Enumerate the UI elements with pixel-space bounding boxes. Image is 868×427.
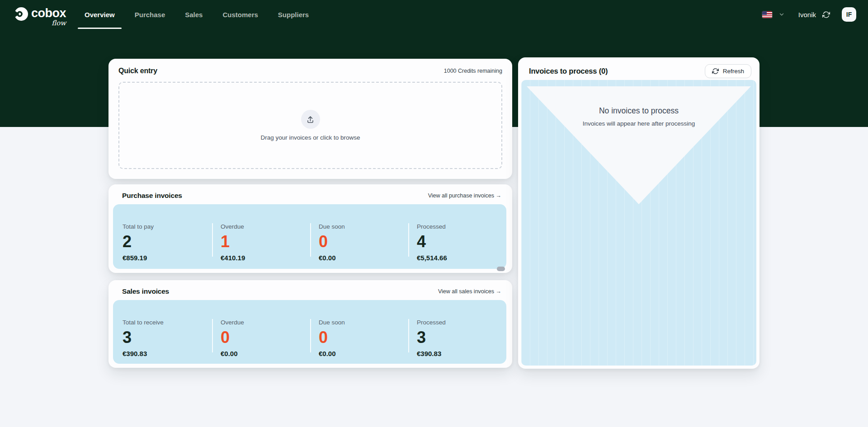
sales-invoices-title: Sales invoices <box>122 287 169 296</box>
stat-amount: €5,514.66 <box>417 254 506 262</box>
stat-label: Overdue <box>221 319 310 326</box>
purchase-invoices-title: Purchase invoices <box>122 192 182 200</box>
dropzone-label: Drag your invoices or click to browse <box>261 134 360 141</box>
avatar[interactable]: IF <box>842 7 856 22</box>
stat-label: Due soon <box>319 223 408 230</box>
stat-label: Total to pay <box>123 223 212 230</box>
stat-value: 1 <box>221 234 310 250</box>
brand-name: cobox flow <box>31 7 66 27</box>
chevron-down-icon[interactable] <box>778 11 785 18</box>
view-all-sales-link[interactable]: View all sales invoices → <box>438 288 501 295</box>
tab-suppliers[interactable]: Suppliers <box>271 0 316 29</box>
scrollbar-thumb[interactable] <box>497 267 505 271</box>
purchase-stats-panel: Total to pay 2 €859.19 Overdue 1 €410.19… <box>113 204 506 269</box>
stat-value: 2 <box>123 234 212 250</box>
stat-value: 3 <box>123 329 212 346</box>
upload-icon <box>301 110 320 129</box>
stat-amount: €0.00 <box>221 350 310 357</box>
invoices-to-process-card: Invoices to process (0) Refresh No invoi… <box>518 57 760 369</box>
main-nav: Overview Purchase Sales Customers Suppli… <box>78 0 316 29</box>
us-flag-icon[interactable] <box>762 11 772 18</box>
empty-state-subtitle: Invoices will appear here after processi… <box>521 120 756 127</box>
stat-amount: €0.00 <box>319 350 408 357</box>
stat-total-to-receive: Total to receive 3 €390.83 <box>113 319 212 364</box>
stat-due-soon: Due soon 0 €0.00 <box>310 319 408 364</box>
empty-state-title: No invoices to process <box>521 106 756 116</box>
stat-amount: €410.19 <box>221 254 310 262</box>
user-name: Ivonik <box>798 11 816 19</box>
stat-label: Overdue <box>221 223 310 230</box>
stat-amount: €390.83 <box>417 350 506 357</box>
refresh-button[interactable]: Refresh <box>705 64 751 78</box>
stat-label: Processed <box>417 223 506 230</box>
stat-total-to-pay: Total to pay 2 €859.19 <box>113 223 212 269</box>
tab-customers[interactable]: Customers <box>216 0 264 29</box>
stat-overdue: Overdue 0 €0.00 <box>212 319 310 364</box>
stat-value: 0 <box>319 234 408 250</box>
credits-remaining: 1000 Credits remaining <box>444 68 502 74</box>
sync-icon[interactable] <box>822 11 830 19</box>
cobox-logo-icon <box>14 7 28 21</box>
quick-entry-card: Quick entry 1000 Credits remaining Drag … <box>108 59 512 179</box>
stat-due-soon: Due soon 0 €0.00 <box>310 223 408 269</box>
stat-label: Due soon <box>319 319 408 326</box>
top-navigation-bar: cobox flow Overview Purchase Sales Custo… <box>0 0 868 29</box>
stat-amount: €0.00 <box>319 254 408 262</box>
refresh-label: Refresh <box>723 68 744 75</box>
stat-processed: Processed 3 €390.83 <box>408 319 506 364</box>
stat-processed: Processed 4 €5,514.66 <box>408 223 506 269</box>
tab-overview[interactable]: Overview <box>78 0 122 29</box>
stat-value: 0 <box>319 329 408 346</box>
invoices-to-process-title: Invoices to process (0) <box>529 67 608 75</box>
stat-amount: €390.83 <box>123 350 212 357</box>
brand-logo[interactable]: cobox flow <box>14 5 66 27</box>
invoice-dropzone[interactable]: Drag your invoices or click to browse <box>118 82 502 169</box>
stat-label: Total to receive <box>123 319 212 326</box>
process-empty-area: No invoices to process Invoices will app… <box>521 80 756 366</box>
sales-stats-panel: Total to receive 3 €390.83 Overdue 0 €0.… <box>113 300 506 364</box>
header-right-cluster: Ivonik IF <box>762 0 856 29</box>
view-all-purchase-link[interactable]: View all purchase invoices → <box>428 192 501 199</box>
stat-value: 0 <box>221 329 310 346</box>
tab-purchase[interactable]: Purchase <box>128 0 172 29</box>
stat-value: 3 <box>417 329 506 346</box>
tab-sales[interactable]: Sales <box>178 0 209 29</box>
stat-overdue: Overdue 1 €410.19 <box>212 223 310 269</box>
stat-amount: €859.19 <box>123 254 212 262</box>
sales-invoices-card: Sales invoices View all sales invoices →… <box>108 280 512 368</box>
brand-subtitle: flow <box>31 20 66 27</box>
refresh-icon <box>712 68 719 75</box>
quick-entry-title: Quick entry <box>118 67 157 75</box>
stat-label: Processed <box>417 319 506 326</box>
stat-value: 4 <box>417 234 506 250</box>
purchase-invoices-card: Purchase invoices View all purchase invo… <box>108 184 512 273</box>
